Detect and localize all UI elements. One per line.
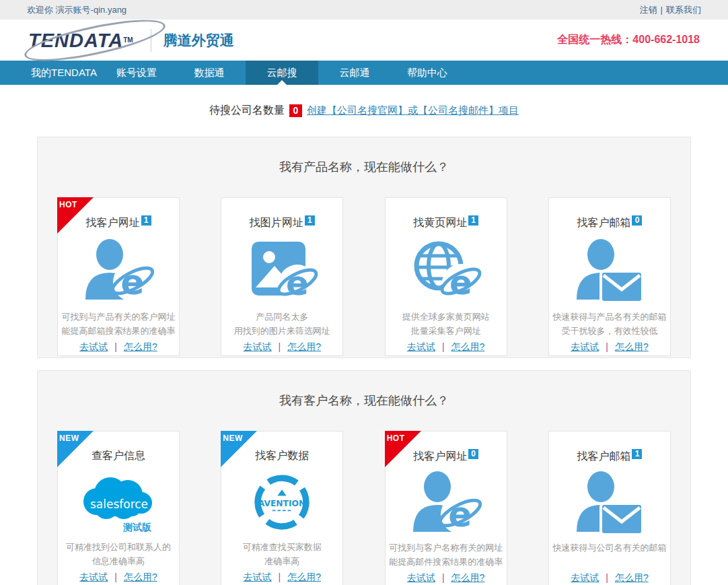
try-link[interactable]: 去试试 bbox=[571, 572, 599, 583]
header-divider bbox=[151, 29, 151, 52]
ribbon-label: HOT bbox=[387, 434, 405, 443]
topbar-divider: | bbox=[661, 5, 663, 15]
pending-count-label: 待搜公司名数量 bbox=[209, 104, 285, 118]
card-title: 找客户邮箱1 bbox=[549, 449, 670, 464]
card-check-customer-info[interactable]: NEW 查客户信息 salesforce 测试版 可精准找到公司和联系人的 信息… bbox=[57, 431, 180, 585]
globe-browser-icon: e bbox=[386, 233, 507, 310]
card-title-text: 找客户网址 bbox=[413, 450, 467, 462]
card-links: 去试试|怎么用? bbox=[58, 341, 179, 353]
card-description: 可找到与客户名称有关的网址 能提高邮件搜索结果的准确率 bbox=[386, 541, 507, 569]
how-link[interactable]: 怎么用? bbox=[615, 341, 649, 352]
card-links: 去试试|怎么用? bbox=[386, 341, 507, 353]
new-ribbon: NEW bbox=[221, 431, 257, 467]
image-browser-icon: e bbox=[221, 233, 342, 310]
customer-name-section: 我有客户名称，现在能做什么？ NEW 查客户信息 salesforce 测试版 bbox=[37, 370, 691, 585]
desc-line: 快速获得与产品名有关的邮箱 bbox=[549, 310, 670, 324]
card-title-text: 找黄页网址 bbox=[413, 217, 467, 228]
hot-ribbon: HOT bbox=[385, 431, 421, 467]
desc-line: 受干扰较多，有效性较低 bbox=[549, 324, 670, 338]
card-row: NEW 查客户信息 salesforce 测试版 可精准找到公司和联系人的 信息… bbox=[38, 431, 690, 585]
desc-line: 信息准确率高 bbox=[58, 554, 179, 568]
header: TENDATA TM 腾道外贸通 全国统一热线：400-662-1018 bbox=[0, 20, 728, 61]
card-links: 去试试|怎么用? bbox=[221, 572, 342, 584]
nav-item-my-tendata[interactable]: 我的TENDATA bbox=[28, 61, 100, 85]
person-mail-icon bbox=[549, 233, 670, 310]
active-tab-caret-icon bbox=[277, 80, 287, 85]
card-find-customer-urls[interactable]: HOT 找客户网址1 e 可找到与产品有关的客户网址 能提高邮箱搜索结果的准确率… bbox=[57, 197, 180, 356]
nav-item-cloud-mail-search[interactable]: 云邮搜 bbox=[246, 61, 318, 85]
card-row: HOT 找客户网址1 e 可找到与产品有关的客户网址 能提高邮箱搜索结果的准确率… bbox=[38, 197, 690, 356]
person-mail-icon bbox=[549, 467, 670, 541]
nav-item-cloud-mail[interactable]: 云邮通 bbox=[318, 61, 391, 85]
how-link[interactable]: 怎么用? bbox=[124, 572, 157, 582]
nav-item-help-center[interactable]: 帮助中心 bbox=[391, 61, 464, 85]
try-link[interactable]: 去试试 bbox=[79, 341, 108, 352]
link-separator: | bbox=[606, 341, 608, 352]
tendata-logo[interactable]: TENDATA TM bbox=[28, 24, 133, 57]
salesforce-wordmark: salesforce bbox=[90, 497, 148, 511]
ribbon-label: NEW bbox=[59, 434, 79, 443]
desc-line: 能提高邮件搜索结果的准确率 bbox=[386, 555, 507, 569]
salesforce-logo-icon: salesforce 测试版 bbox=[58, 466, 179, 540]
how-link[interactable]: 怎么用? bbox=[287, 341, 321, 352]
count-badge: 1 bbox=[305, 215, 315, 226]
try-link[interactable]: 去试试 bbox=[571, 341, 599, 352]
desc-line: 能提高邮箱搜索结果的准确率 bbox=[58, 324, 179, 338]
card-find-customer-data[interactable]: NEW 找客户数据 AVENTION 可精准查找买家数据 准确率高 去试试|怎么… bbox=[221, 431, 343, 585]
avention-wordmark: AVENTION bbox=[258, 499, 306, 508]
card-title-text: 找客户邮箱 bbox=[577, 217, 630, 228]
link-separator: | bbox=[606, 572, 608, 583]
card-description: 产品同名太多 用找到的图片来筛选网址 bbox=[221, 310, 342, 338]
welcome-text: 欢迎你 演示账号-qin.yang bbox=[27, 4, 126, 16]
how-link[interactable]: 怎么用? bbox=[124, 341, 157, 352]
create-project-link[interactable]: 创建【公司名搜官网】或【公司名搜邮件】项目 bbox=[307, 104, 519, 117]
section-title: 我有产品名称，现在能做什么？ bbox=[38, 137, 690, 175]
logo-brand-text: TENDATA bbox=[28, 24, 123, 57]
desc-line: 可找到与客户名称有关的网址 bbox=[386, 541, 507, 555]
count-badge: 1 bbox=[468, 215, 478, 226]
card-title: 找图片网址1 bbox=[221, 215, 342, 230]
card-title: 找黄页网址1 bbox=[386, 215, 507, 230]
card-description: 可找到与产品有关的客户网址 能提高邮箱搜索结果的准确率 bbox=[58, 310, 179, 338]
link-separator: | bbox=[114, 341, 117, 352]
nav-item-account-settings[interactable]: 账号设置 bbox=[100, 61, 173, 85]
try-link[interactable]: 去试试 bbox=[244, 572, 272, 582]
try-link[interactable]: 去试试 bbox=[407, 341, 435, 352]
how-link[interactable]: 怎么用? bbox=[451, 341, 485, 352]
card-links: 去试试|怎么用? bbox=[549, 572, 670, 584]
nav-item-data-hub[interactable]: 数据通 bbox=[173, 61, 246, 85]
main-nav: 我的TENDATA 账号设置 数据通 云邮搜 云邮通 帮助中心 bbox=[0, 61, 728, 85]
count-badge: 1 bbox=[632, 449, 642, 459]
how-link[interactable]: 怎么用? bbox=[287, 572, 321, 582]
hotline-text: 全国统一热线：400-662-1018 bbox=[557, 33, 700, 47]
card-find-customer-emails[interactable]: 找客户邮箱1 快速获得与公司名有关的邮箱 去试试|怎么用? bbox=[548, 431, 671, 585]
product-name-section: 我有产品名称，现在能做什么？ HOT 找客户网址1 e 可找到与产品有关的客户网… bbox=[37, 137, 691, 358]
ribbon-label: HOT bbox=[59, 200, 77, 209]
card-find-yellowpage-urls[interactable]: 找黄页网址1 e 提供全球多家黄页网站 批量采集客户网址 去试试|怎么用 bbox=[385, 197, 507, 356]
how-link[interactable]: 怎么用? bbox=[451, 572, 485, 583]
how-link[interactable]: 怎么用? bbox=[615, 572, 649, 583]
card-description: 可精准找到公司和联系人的 信息准确率高 bbox=[58, 540, 179, 568]
logo-trademark: TM bbox=[123, 36, 133, 44]
card-links: 去试试|怎么用? bbox=[386, 572, 507, 584]
topbar-right: 注销|联系我们 bbox=[640, 4, 701, 16]
link-separator: | bbox=[279, 341, 281, 352]
card-description: 提供全球多家黄页网站 批量采集客户网址 bbox=[386, 310, 507, 338]
try-link[interactable]: 去试试 bbox=[407, 572, 435, 583]
card-title-text: 找客户网址 bbox=[86, 217, 140, 228]
contact-link[interactable]: 联系我们 bbox=[666, 5, 701, 15]
card-title-text: 找客户数据 bbox=[255, 450, 309, 461]
person-browser-icon: e bbox=[58, 233, 179, 310]
logout-link[interactable]: 注销 bbox=[640, 5, 657, 15]
desc-line: 快速获得与公司名有关的邮箱 bbox=[549, 541, 670, 555]
try-link[interactable]: 去试试 bbox=[79, 572, 108, 582]
card-find-customer-emails[interactable]: 找客户邮箱0 快速获得与产品名有关的邮箱 受干扰较多，有效性较低 去试试|怎么用… bbox=[548, 197, 671, 356]
new-ribbon: NEW bbox=[57, 431, 94, 467]
count-badge: 0 bbox=[468, 449, 478, 459]
try-link[interactable]: 去试试 bbox=[244, 341, 272, 352]
desc-line: 可精准找到公司和联系人的 bbox=[58, 540, 179, 554]
card-links: 去试试|怎么用? bbox=[549, 341, 670, 353]
card-title: 找客户邮箱0 bbox=[549, 215, 670, 230]
card-find-image-urls[interactable]: 找图片网址1 e 产品同名太多 用找到的图片来筛选网址 去试试|怎么用? bbox=[221, 197, 343, 356]
card-find-customer-urls[interactable]: HOT 找客户网址0 e 可找到与客户名称有关的网址 能提高邮件搜索结果的准确率… bbox=[385, 431, 507, 585]
